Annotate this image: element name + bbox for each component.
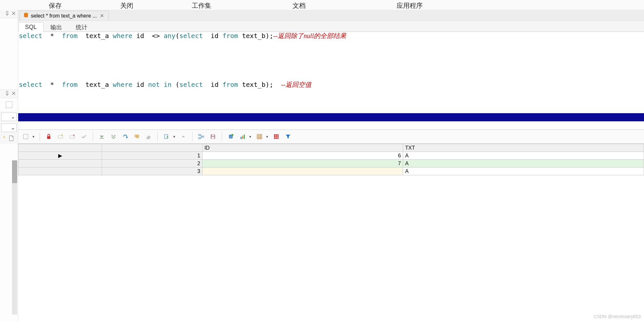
svg-rect-6 xyxy=(100,138,104,139)
pin-icon[interactable] xyxy=(5,91,9,97)
tab-output[interactable]: 输出 xyxy=(44,22,69,32)
table-row[interactable]: 3 A xyxy=(19,167,644,175)
chart-button[interactable] xyxy=(238,132,247,141)
lock-button[interactable] xyxy=(45,132,53,141)
table-row[interactable]: 2 7 A xyxy=(19,160,644,167)
menu-app[interactable]: 应用程序 xyxy=(358,0,462,10)
save-button[interactable] xyxy=(209,132,217,141)
grid-red-button[interactable] xyxy=(272,132,281,141)
svg-rect-13 xyxy=(212,135,214,136)
menu-workset[interactable]: 工作集 xyxy=(163,0,241,10)
cell-id[interactable]: 6 xyxy=(202,152,403,160)
svg-rect-17 xyxy=(241,137,242,139)
cell-txt[interactable]: A xyxy=(403,152,644,160)
row-number: 1 xyxy=(102,152,203,160)
svg-rect-10 xyxy=(199,134,200,136)
row-pointer-icon xyxy=(19,160,102,167)
add-row-button[interactable] xyxy=(56,132,65,141)
file-tab-bar: select * from text_a where ... × xyxy=(18,10,644,21)
svg-rect-18 xyxy=(242,136,243,139)
refresh-button[interactable] xyxy=(121,132,129,141)
cell-id[interactable]: 7 xyxy=(202,160,403,167)
row-pointer-icon xyxy=(19,167,102,175)
svg-rect-19 xyxy=(244,135,245,139)
up-button[interactable] xyxy=(179,132,188,141)
grid-header-id[interactable]: ID xyxy=(202,144,403,152)
chevron-down-icon: ⌄ xyxy=(11,114,15,119)
export-button[interactable] xyxy=(162,132,171,141)
tab-sql[interactable]: SQL xyxy=(18,22,44,32)
dropdown-icon[interactable]: ▼ xyxy=(32,135,35,139)
menu-save[interactable]: 保存 xyxy=(20,0,91,10)
pin-icon[interactable] xyxy=(5,11,9,17)
select-region-button[interactable] xyxy=(21,132,30,141)
chevron-down-icon: ⌄ xyxy=(11,125,15,130)
db-view-button[interactable] xyxy=(227,132,235,141)
tab-stats[interactable]: 统计 xyxy=(69,22,94,32)
fetch-all-button[interactable] xyxy=(109,132,118,141)
dock-combo-1[interactable]: ⌄ xyxy=(1,113,17,121)
svg-rect-3 xyxy=(47,136,50,139)
doc-placeholder-icon xyxy=(6,101,12,108)
close-tab-icon[interactable]: × xyxy=(99,12,105,20)
cell-txt[interactable]: A xyxy=(403,160,644,167)
commit-button[interactable] xyxy=(80,132,88,141)
dock-scrollbar[interactable] xyxy=(12,160,17,314)
svg-rect-20 xyxy=(257,134,262,139)
menu-doc[interactable]: 文档 xyxy=(241,0,358,10)
grid-header-rownum xyxy=(102,144,203,152)
dock-combo-2[interactable]: ⌄ xyxy=(1,124,17,132)
svg-rect-5 xyxy=(70,136,74,138)
filter-button[interactable] xyxy=(284,132,292,141)
relation-button[interactable] xyxy=(197,132,205,141)
result-toolbar: ▼ ▼ xyxy=(18,129,644,144)
row-pointer-icon: ▶ xyxy=(19,152,102,160)
close-icon[interactable] xyxy=(11,91,16,97)
grid-header-pointer xyxy=(19,144,102,152)
cell-id[interactable] xyxy=(202,167,403,175)
sparkle-icon xyxy=(2,136,7,141)
sql-editor[interactable]: select * from text_a where id <> any(sel… xyxy=(18,32,644,129)
svg-rect-11 xyxy=(199,138,200,139)
grid-header-txt[interactable]: TXT xyxy=(403,144,644,152)
svg-point-16 xyxy=(231,134,233,136)
svg-point-8 xyxy=(137,135,139,137)
sub-tab-bar: SQL 输出 统计 xyxy=(18,21,644,32)
eraser-button[interactable] xyxy=(144,132,153,141)
file-tab[interactable]: select * from text_a where ... × xyxy=(20,11,109,20)
table-row[interactable]: ▶ 1 6 A xyxy=(19,152,644,160)
fetch-first-button[interactable] xyxy=(98,132,106,141)
file-tab-label: select * from text_a where ... xyxy=(31,13,97,19)
find-button[interactable] xyxy=(133,132,141,141)
svg-rect-14 xyxy=(212,137,214,139)
result-grid[interactable]: ID TXT ▶ 1 6 A 2 7 A xyxy=(18,144,644,175)
grid-button[interactable] xyxy=(255,132,264,141)
database-icon xyxy=(23,12,29,20)
svg-rect-21 xyxy=(274,134,279,139)
cell-txt[interactable]: A xyxy=(403,167,644,175)
close-icon[interactable] xyxy=(11,11,16,17)
svg-rect-2 xyxy=(23,134,28,139)
row-number: 3 xyxy=(102,167,203,175)
left-dock: ⌄ ⌄ xyxy=(0,10,18,321)
row-number: 2 xyxy=(102,160,203,167)
dropdown-icon[interactable]: ▼ xyxy=(173,135,176,139)
dropdown-icon[interactable]: ▼ xyxy=(249,135,252,139)
svg-point-7 xyxy=(135,135,137,137)
new-file-icon[interactable] xyxy=(8,135,14,142)
dropdown-icon[interactable]: ▼ xyxy=(266,135,269,139)
svg-rect-12 xyxy=(202,136,204,137)
menu-close[interactable]: 关闭 xyxy=(91,0,163,10)
svg-rect-4 xyxy=(58,136,63,138)
watermark: CSDN @necessary653 xyxy=(594,314,641,319)
delete-row-button[interactable] xyxy=(68,132,76,141)
menubar: 保存 关闭 工作集 文档 应用程序 xyxy=(0,0,644,10)
